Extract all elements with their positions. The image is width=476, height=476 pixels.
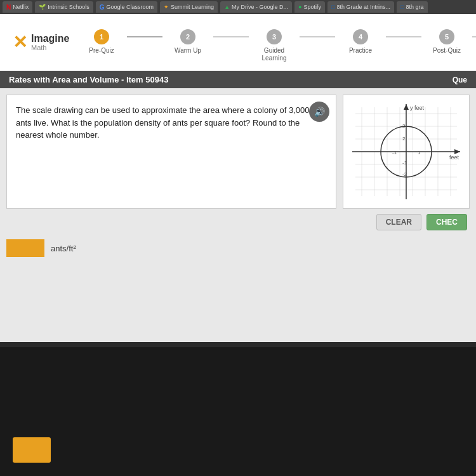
step-circle-5: 5 bbox=[439, 29, 454, 44]
step-circle-1: 1 bbox=[94, 29, 109, 44]
coordinate-graph: y feet feet 2 2 1 -1 -1 -2 bbox=[349, 101, 463, 202]
tab-classroom[interactable]: G Google Classroom bbox=[96, 1, 157, 13]
step-2[interactable]: 2 Warm Up bbox=[162, 29, 213, 55]
logo-imagine: Imagine bbox=[31, 33, 69, 44]
tab-8thgrade2[interactable]: □ 8th gra bbox=[397, 1, 427, 13]
step-5[interactable]: 5 Post-Quiz bbox=[421, 29, 472, 55]
step-label-5: Post-Quiz bbox=[433, 47, 461, 55]
step-circle-3: 3 bbox=[267, 29, 282, 44]
logo-text: Imagine Math bbox=[31, 33, 69, 52]
que-label: Que bbox=[453, 76, 467, 84]
item-header: Rates with Area and Volume - Item 50943 … bbox=[0, 71, 476, 88]
answer-row: ants/ft² bbox=[6, 235, 470, 261]
action-row: CLEAR CHEC bbox=[6, 214, 470, 230]
step-circle-2: 2 bbox=[180, 29, 195, 44]
tab-drive[interactable]: ▲ My Drive - Google D... bbox=[220, 1, 292, 13]
connector-5-6 bbox=[472, 36, 476, 37]
question-text: The scale drawing can be used to approxi… bbox=[16, 104, 327, 142]
graph-box: y feet feet 2 2 1 -1 -1 -2 bbox=[343, 95, 470, 209]
svg-marker-17 bbox=[404, 104, 409, 110]
svg-text:-2: -2 bbox=[402, 171, 407, 177]
logo-x-icon: ✕ bbox=[13, 32, 27, 53]
x-axis-label: feet bbox=[449, 154, 459, 161]
tab-summit[interactable]: ✦ Summit Learning bbox=[160, 1, 218, 13]
progress-steps: 1 Pre-Quiz 2 Warm Up 3 GuidedLearni bbox=[76, 23, 476, 62]
step-4[interactable]: 4 Practice bbox=[335, 29, 386, 55]
tab-spotify[interactable]: ● Spotify bbox=[294, 1, 325, 13]
connector-2-3 bbox=[213, 36, 249, 37]
y-axis-label: y feet bbox=[410, 105, 425, 111]
top-nav: ✕ Imagine Math 1 Pre-Quiz 2 bbox=[0, 14, 476, 71]
item-title: Rates with Area and Volume - Item 50943 bbox=[9, 75, 168, 84]
connector-1-2 bbox=[127, 36, 162, 37]
step-label-4: Practice bbox=[349, 47, 372, 55]
logo-area: ✕ Imagine Math bbox=[13, 32, 76, 53]
svg-text:-1: -1 bbox=[402, 160, 407, 166]
connector-3-4 bbox=[300, 36, 335, 37]
app-container: ✕ Imagine Math 1 Pre-Quiz 2 bbox=[0, 14, 476, 342]
question-box: The scale drawing can be used to approxi… bbox=[6, 95, 336, 209]
tab-netflix[interactable]: N Netflix bbox=[3, 1, 32, 13]
main-content: The scale drawing can be used to approxi… bbox=[0, 88, 476, 342]
step-label-3: GuidedLearning bbox=[262, 47, 287, 62]
orange-accent bbox=[13, 437, 51, 463]
answer-input-box[interactable] bbox=[6, 239, 44, 257]
laptop-body bbox=[0, 342, 476, 475]
connector-4-5 bbox=[386, 36, 421, 37]
step-3[interactable]: 3 GuidedLearning bbox=[249, 29, 300, 62]
logo-math: Math bbox=[31, 44, 69, 51]
laptop-ridge bbox=[0, 342, 476, 347]
check-button[interactable]: CHEC bbox=[426, 214, 467, 230]
tab-intrinsic[interactable]: 🌱 Intrinsic Schools bbox=[35, 1, 93, 13]
svg-text:-1: -1 bbox=[392, 150, 397, 155]
clear-button[interactable]: CLEAR bbox=[376, 214, 421, 230]
browser-tab-bar: N Netflix 🌱 Intrinsic Schools G Google C… bbox=[0, 0, 476, 14]
step-label-2: Warm Up bbox=[175, 47, 201, 55]
speaker-icon: 🔊 bbox=[314, 107, 325, 117]
step-1[interactable]: 1 Pre-Quiz bbox=[76, 29, 127, 55]
step-label-1: Pre-Quiz bbox=[89, 47, 114, 55]
answer-unit-label: ants/ft² bbox=[51, 244, 76, 253]
tab-8thgrade1[interactable]: □ 8th Grade at Intrins... bbox=[327, 1, 394, 13]
question-row: The scale drawing can be used to approxi… bbox=[6, 95, 470, 209]
audio-button[interactable]: 🔊 bbox=[309, 102, 329, 122]
step-circle-4: 4 bbox=[353, 29, 368, 44]
desk-surface bbox=[0, 347, 476, 475]
svg-marker-18 bbox=[454, 149, 460, 154]
svg-text:1: 1 bbox=[418, 150, 421, 155]
svg-text:2: 2 bbox=[402, 136, 406, 142]
